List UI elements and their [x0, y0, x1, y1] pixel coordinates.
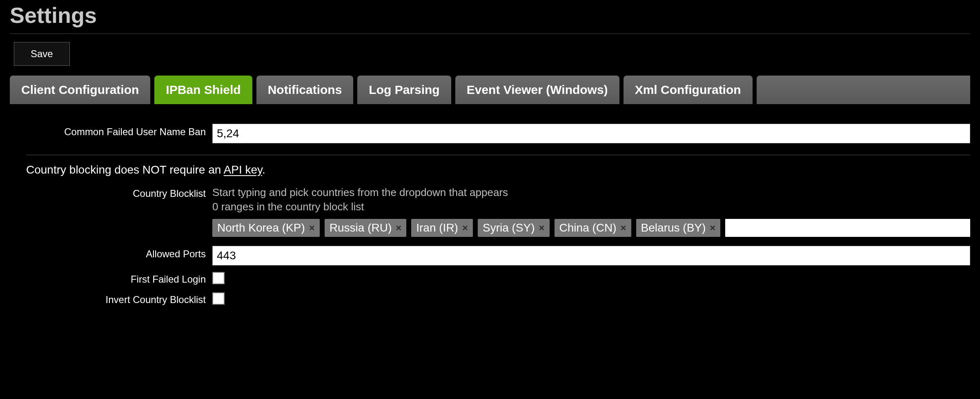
- page-title: Settings: [10, 0, 970, 33]
- country-chip: Iran (IR)×: [411, 219, 473, 237]
- allowed-ports-label: Allowed Ports: [10, 246, 212, 260]
- country-chip-label: Russia (RU): [330, 221, 392, 234]
- first-failed-login-checkbox[interactable]: [212, 272, 225, 284]
- section-divider: [26, 155, 970, 155]
- tab-tail: [757, 76, 970, 104]
- allowed-ports-input[interactable]: [212, 246, 970, 265]
- country-info-prefix: Country blocking does NOT require an: [26, 163, 224, 176]
- country-blocklist-helper-line1: Start typing and pick countries from the…: [212, 185, 970, 200]
- common-failed-ban-input[interactable]: [212, 124, 970, 143]
- country-info-suffix: .: [262, 163, 265, 176]
- country-blocklist-input[interactable]: [725, 219, 970, 237]
- tab-event-viewer-windows[interactable]: Event Viewer (Windows): [455, 76, 619, 104]
- country-chip-label: Syria (SY): [483, 221, 535, 234]
- title-divider: [10, 33, 970, 34]
- country-chip-label: North Korea (KP): [217, 221, 305, 234]
- tab-bar: Client ConfigurationIPBan ShieldNotifica…: [10, 76, 970, 104]
- close-icon[interactable]: ×: [396, 223, 401, 233]
- close-icon[interactable]: ×: [621, 223, 626, 233]
- country-blocking-info: Country blocking does NOT require an API…: [26, 163, 970, 176]
- country-chip: Russia (RU)×: [325, 219, 406, 237]
- close-icon[interactable]: ×: [710, 223, 715, 233]
- save-button[interactable]: Save: [14, 42, 70, 66]
- close-icon[interactable]: ×: [462, 223, 468, 233]
- tab-client-configuration[interactable]: Client Configuration: [10, 76, 150, 104]
- tab-log-parsing[interactable]: Log Parsing: [357, 76, 451, 104]
- close-icon[interactable]: ×: [309, 223, 315, 233]
- country-blocklist-label: Country Blocklist: [10, 185, 212, 199]
- tab-notifications[interactable]: Notifications: [256, 76, 354, 104]
- country-chip: China (CN)×: [555, 219, 631, 237]
- country-blocklist-helper-line2: 0 ranges in the country block list: [212, 200, 970, 214]
- country-chip: Syria (SY)×: [478, 219, 550, 237]
- common-failed-ban-label: Common Failed User Name Ban: [10, 124, 212, 138]
- country-chip-label: Belarus (BY): [641, 221, 706, 234]
- first-failed-login-label: First Failed Login: [10, 271, 212, 285]
- form-area: Common Failed User Name Ban Country bloc…: [10, 104, 970, 306]
- tab-xml-configuration[interactable]: Xml Configuration: [624, 76, 753, 104]
- tab-ipban-shield[interactable]: IPBan Shield: [154, 76, 252, 104]
- invert-country-blocklist-checkbox[interactable]: [212, 292, 225, 305]
- country-chip: Belarus (BY)×: [636, 219, 721, 237]
- country-chip-row: North Korea (KP)×Russia (RU)×Iran (IR)×S…: [212, 219, 970, 237]
- invert-country-blocklist-label: Invert Country Blocklist: [10, 292, 212, 305]
- country-chip-label: Iran (IR): [416, 221, 458, 234]
- country-chip: North Korea (KP)×: [212, 219, 320, 237]
- country-chip-label: China (CN): [559, 221, 617, 234]
- api-key-link[interactable]: API key: [224, 163, 262, 176]
- close-icon[interactable]: ×: [539, 223, 545, 233]
